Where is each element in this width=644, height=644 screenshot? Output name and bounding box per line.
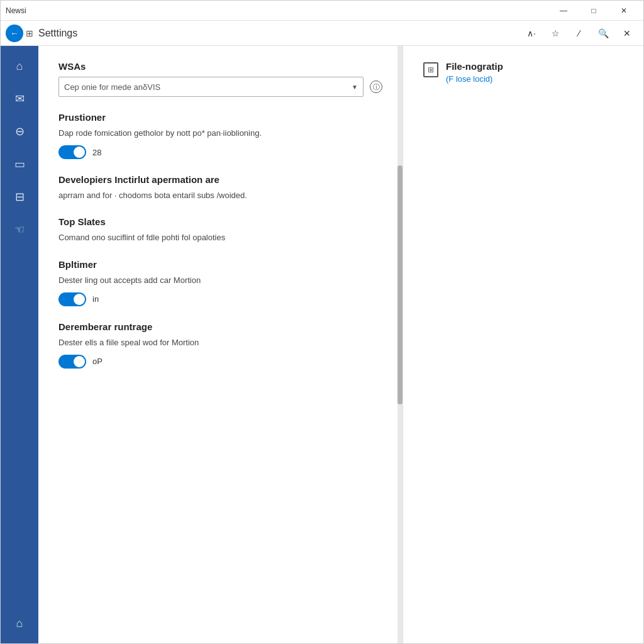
chevron-down-icon: ▼ [352, 84, 358, 91]
nav-close-button[interactable]: ✕ [616, 22, 638, 45]
nav-favorite-button[interactable]: ☆ [544, 22, 567, 45]
nav-expand-button[interactable]: ∧· [520, 22, 543, 45]
sidebar-item-tablet[interactable]: ▭ [4, 149, 35, 179]
section-wsas: WSAs Cep onie for mede anδVIS ▼ ⓘ [58, 61, 382, 97]
section-prustioner: Prustioner Dap rode fomication getholor … [58, 112, 382, 159]
nav-edit-button[interactable]: ∕ [568, 22, 591, 45]
derembran-toggle[interactable] [58, 355, 86, 369]
nav-title: ⊞ Setttings [26, 28, 518, 39]
sidebar-item-mail[interactable]: ✉ [4, 84, 35, 114]
right-panel-text: File-nogratip (F lose locid) [446, 61, 503, 84]
right-panel-title: File-nogratip [446, 61, 503, 72]
nav-search-button[interactable]: 🔍 [592, 22, 614, 45]
back-button[interactable]: ← [6, 25, 23, 42]
scroll-thumb[interactable] [397, 165, 402, 404]
section-top-slates: Top Slates Comand ono suciflint of fdle … [58, 216, 382, 243]
settings-title: Setttings [38, 28, 77, 39]
derembran-toggle-row: oP [58, 355, 382, 369]
bpltimer-toggle[interactable] [58, 292, 86, 306]
sidebar-item-home-bottom[interactable]: ⌂ [4, 608, 35, 638]
sidebar-item-layers[interactable]: ⊟ [4, 182, 35, 212]
right-panel-link[interactable]: (F lose locid) [446, 74, 503, 84]
nav-right-controls: ∧· ☆ ∕ 🔍 ✕ [520, 22, 638, 45]
section-derembran: Deremberar runtrage Dester ells a fiile … [58, 321, 382, 369]
derembran-desc: Dester ells a fiile speal wod for Mortio… [58, 337, 382, 348]
top-slates-title: Top Slates [58, 216, 382, 227]
info-icon[interactable]: ⓘ [370, 80, 382, 93]
back-icon: ← [10, 28, 19, 38]
maximize-button[interactable]: □ [579, 1, 608, 21]
sidebar: ⌂ ✉ ⊖ ▭ ⊟ ☜ ⌂ [1, 46, 38, 643]
derembran-title: Deremberar runtrage [58, 321, 382, 332]
window-title: Newsi [6, 6, 26, 15]
prustioner-desc: Dap rode fomication getholor by nott po*… [58, 128, 382, 139]
section-bpltimer: Bpltimer Dester ling out accepts add car… [58, 259, 382, 306]
derembran-toggle-label: oP [92, 357, 103, 366]
toggle-thumb-derembran [74, 356, 85, 367]
main-layout: ⌂ ✉ ⊖ ▭ ⊟ ☜ ⌂ WSAs Cep onie for mede anδ… [1, 46, 643, 643]
bpltimer-title: Bpltimer [58, 259, 382, 270]
close-button[interactable]: ✕ [609, 1, 638, 21]
minimize-button[interactable]: — [549, 1, 578, 21]
nav-bar: ← ⊞ Setttings ∧· ☆ ∕ 🔍 ✕ [1, 21, 643, 46]
toggle-thumb-bpltimer [74, 294, 85, 305]
wsas-title: WSAs [58, 61, 382, 72]
dropdown-row: Cep onie for mede anδVIS ▼ ⓘ [58, 77, 382, 97]
settings-nav-icon: ⊞ [26, 28, 33, 38]
prustioner-toggle[interactable] [58, 145, 86, 159]
app-window: Newsi — □ ✕ ← ⊞ Setttings ∧· ☆ ∕ 🔍 ✕ ⌂ ✉ [0, 0, 644, 644]
sidebar-item-home[interactable]: ⌂ [4, 51, 35, 81]
right-panel: ⊞ File-nogratip (F lose locid) [403, 46, 643, 643]
sidebar-item-hand[interactable]: ☜ [4, 214, 35, 245]
scroll-track [397, 46, 402, 643]
bpltimer-toggle-label: in [92, 294, 99, 304]
right-panel-item: ⊞ File-nogratip (F lose locid) [423, 61, 623, 84]
prustioner-toggle-row: 28 [58, 145, 382, 159]
toggle-thumb [74, 147, 85, 158]
developers-desc: aprram and for · chodoms bota entaril su… [58, 190, 382, 201]
bpltimer-desc: Dester ling out accepts add car Mortion [58, 275, 382, 286]
dropdown-text: Cep onie for mede anδVIS [64, 82, 160, 92]
prustioner-toggle-label: 28 [92, 148, 101, 157]
wsas-dropdown[interactable]: Cep onie for mede anδVIS ▼ [58, 77, 364, 97]
title-bar-controls: — □ ✕ [549, 1, 638, 21]
title-bar: Newsi — □ ✕ [1, 1, 643, 21]
bpltimer-toggle-row: in [58, 292, 382, 306]
title-bar-left: Newsi [6, 6, 549, 15]
left-panel: WSAs Cep onie for mede anδVIS ▼ ⓘ Prusti… [38, 46, 403, 643]
developers-title: Developiers Inctirlut apermation are [58, 174, 382, 185]
top-slates-desc: Comand ono suciflint of fdle pohti fol o… [58, 232, 382, 243]
sidebar-item-globe[interactable]: ⊖ [4, 116, 35, 147]
file-icon-symbol: ⊞ [428, 65, 434, 74]
content-area: WSAs Cep onie for mede anδVIS ▼ ⓘ Prusti… [38, 46, 643, 643]
section-developers: Developiers Inctirlut apermation are apr… [58, 174, 382, 201]
prustioner-title: Prustioner [58, 112, 382, 123]
file-icon: ⊞ [423, 62, 438, 77]
